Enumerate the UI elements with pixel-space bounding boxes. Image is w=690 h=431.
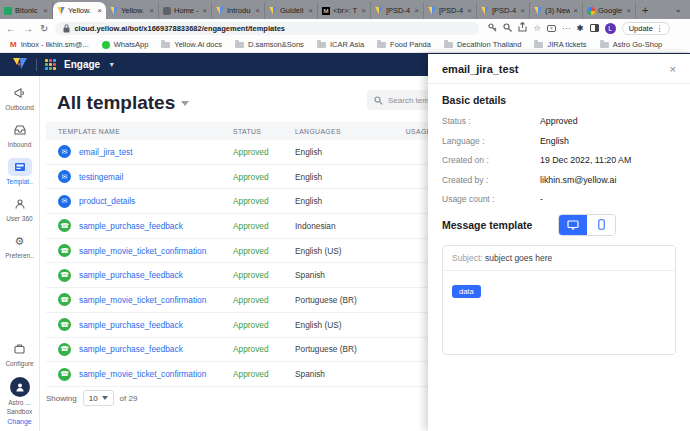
bookmark-folder[interactable]: Astro Go-Shop bbox=[600, 40, 663, 49]
close-icon[interactable]: × bbox=[670, 63, 676, 75]
back-icon[interactable]: ← bbox=[6, 23, 16, 34]
browser-tab[interactable]: (3) New× bbox=[530, 2, 583, 19]
sheets-favicon-icon bbox=[4, 7, 12, 15]
sidebar-item-user-360[interactable]: User 360 bbox=[1, 195, 39, 222]
sidebar-item-preferences[interactable]: ⚙ Preferen.. bbox=[1, 232, 39, 259]
bookmark-folder[interactable]: Food Panda bbox=[377, 40, 431, 49]
tab-search-chevron-icon[interactable]: ⌄ bbox=[674, 4, 682, 14]
sidebar-item-configure[interactable]: Configure bbox=[1, 340, 39, 367]
device-preview-toggle bbox=[558, 214, 616, 236]
browser-tab-active[interactable]: Yellow.× bbox=[53, 2, 106, 19]
sidebar-item-inbound[interactable]: Inbound bbox=[1, 121, 39, 148]
tab-close-icon[interactable]: × bbox=[520, 6, 525, 15]
bookmark-whatsapp[interactable]: WhatsApp bbox=[102, 40, 149, 49]
whatsapp-channel-icon bbox=[58, 318, 71, 331]
extension-badge-icon[interactable]: × bbox=[547, 25, 556, 32]
sidebar-item-outbound[interactable]: Outbound bbox=[1, 84, 39, 111]
browser-tab[interactable]: Guideli× bbox=[265, 2, 318, 19]
tab-close-icon[interactable]: × bbox=[626, 6, 631, 15]
sidebar-item-templates[interactable]: Templat.. bbox=[1, 158, 39, 185]
share-icon[interactable] bbox=[518, 22, 527, 34]
browser-tab[interactable]: Google× bbox=[583, 2, 636, 19]
page-size-select[interactable]: 10 bbox=[83, 390, 114, 406]
browser-tab[interactable]: [PSD-4× bbox=[371, 2, 424, 19]
tab-close-icon[interactable]: × bbox=[43, 6, 48, 15]
status-badge: Approved bbox=[233, 246, 295, 256]
bookmark-inbox[interactable]: Inbox - likhin.sm@... bbox=[10, 40, 89, 49]
bookmark-star-icon[interactable]: ☆ bbox=[533, 23, 541, 33]
tab-close-icon[interactable]: × bbox=[308, 6, 313, 15]
product-name[interactable]: Engage bbox=[64, 59, 100, 70]
bookmark-folder[interactable]: D.samson&Sons bbox=[235, 40, 304, 49]
profile-avatar[interactable]: L bbox=[605, 23, 616, 34]
tab-close-icon[interactable]: × bbox=[414, 6, 419, 15]
basic-details-title: Basic details bbox=[442, 94, 676, 106]
browser-tab[interactable]: Bitonic× bbox=[0, 2, 53, 19]
person-icon bbox=[8, 195, 32, 213]
browser-tab[interactable]: <br>: T× bbox=[318, 2, 371, 19]
yellowai-favicon-icon bbox=[57, 7, 65, 15]
template-detail-panel: email_jira_test × Basic details Status :… bbox=[428, 54, 690, 431]
template-name-link[interactable]: sample_purchase_feedback bbox=[79, 344, 183, 354]
reload-icon[interactable]: ↻ bbox=[40, 23, 48, 34]
yellowai-favicon-icon bbox=[269, 7, 277, 15]
app-switcher-grid-icon[interactable] bbox=[45, 59, 56, 70]
browser-tab[interactable]: Introdu× bbox=[212, 2, 265, 19]
template-name-link[interactable]: sample_purchase_feedback bbox=[79, 221, 183, 231]
mobile-preview-button[interactable] bbox=[587, 215, 615, 235]
folder-icon bbox=[534, 42, 543, 48]
bookmark-folder[interactable]: Decathlon Thailand bbox=[444, 40, 522, 49]
language-cell: English bbox=[295, 196, 383, 206]
tab-close-icon[interactable]: × bbox=[361, 6, 366, 15]
template-name-link[interactable]: sample_movie_ticket_confirmation bbox=[79, 246, 206, 256]
template-name-link[interactable]: sample_purchase_feedback bbox=[79, 270, 183, 280]
forward-icon[interactable]: → bbox=[23, 23, 33, 34]
change-workspace-link[interactable]: Change bbox=[7, 418, 32, 425]
template-name-link[interactable]: sample_movie_ticket_confirmation bbox=[79, 369, 206, 379]
whatsapp-channel-icon bbox=[58, 219, 71, 232]
overflow-icon[interactable]: ⋯ bbox=[562, 23, 571, 33]
browser-tab[interactable]: Home -× bbox=[159, 2, 212, 19]
bookmark-folder[interactable]: Yellow.Ai docs bbox=[161, 40, 222, 49]
whatsapp-channel-icon bbox=[58, 244, 71, 257]
bookmark-folder[interactable]: ICAR Asia bbox=[317, 40, 364, 49]
template-name-link[interactable]: sample_purchase_feedback bbox=[79, 320, 183, 330]
workspace-avatar[interactable] bbox=[10, 377, 30, 397]
tab-close-icon[interactable]: × bbox=[467, 6, 472, 15]
product-chevron-down-icon[interactable]: ▼ bbox=[108, 61, 115, 68]
update-button[interactable]: Update⋮ bbox=[622, 22, 671, 35]
tab-close-icon[interactable]: × bbox=[255, 6, 260, 15]
new-tab-button[interactable]: + bbox=[642, 4, 648, 16]
bookmark-folder[interactable]: JIRA tickets bbox=[534, 40, 586, 49]
browser-tab[interactable]: [PSD-4× bbox=[424, 2, 477, 19]
folder-icon bbox=[317, 42, 326, 48]
url-omnibox[interactable]: cloud.yellow.ai/bot/x1669378833682/engag… bbox=[55, 22, 479, 35]
status-badge: Approved bbox=[233, 221, 295, 231]
status-badge: Approved bbox=[233, 320, 295, 330]
language-cell: English bbox=[295, 172, 383, 182]
message-preview-card: Subject: subject goes here data bbox=[442, 245, 676, 355]
template-name-link[interactable]: sample_movie_ticket_confirmation bbox=[79, 295, 206, 305]
yellowai-logo-icon[interactable] bbox=[12, 56, 28, 74]
side-panel-icon[interactable] bbox=[590, 24, 599, 32]
tab-close-icon[interactable]: × bbox=[97, 6, 102, 15]
key-icon[interactable] bbox=[488, 23, 497, 34]
search-icon[interactable] bbox=[503, 23, 512, 34]
desktop-preview-button[interactable] bbox=[559, 215, 587, 235]
browser-tab[interactable]: [PSD-4× bbox=[477, 2, 530, 19]
title-chevron-down-icon[interactable] bbox=[181, 101, 189, 106]
browser-tab[interactable]: Yellow.× bbox=[106, 2, 159, 19]
tab-close-icon[interactable]: × bbox=[202, 6, 207, 15]
tab-close-icon[interactable]: × bbox=[149, 6, 154, 15]
template-name-link[interactable]: testingemail bbox=[79, 172, 123, 182]
whatsapp-channel-icon bbox=[58, 269, 71, 282]
template-name-link[interactable]: product_details bbox=[79, 196, 135, 206]
extensions-puzzle-icon[interactable]: ✱ bbox=[577, 23, 584, 33]
template-name-link[interactable]: email_jira_test bbox=[79, 147, 133, 157]
language-cell: Spanish bbox=[295, 369, 383, 379]
tab-close-icon[interactable]: × bbox=[573, 6, 578, 15]
email-channel-icon bbox=[58, 170, 71, 183]
address-url: cloud.yellow.ai/bot/x1669378833682/engag… bbox=[74, 24, 285, 33]
message-template-title: Message template bbox=[442, 219, 532, 231]
folder-icon bbox=[235, 42, 244, 48]
